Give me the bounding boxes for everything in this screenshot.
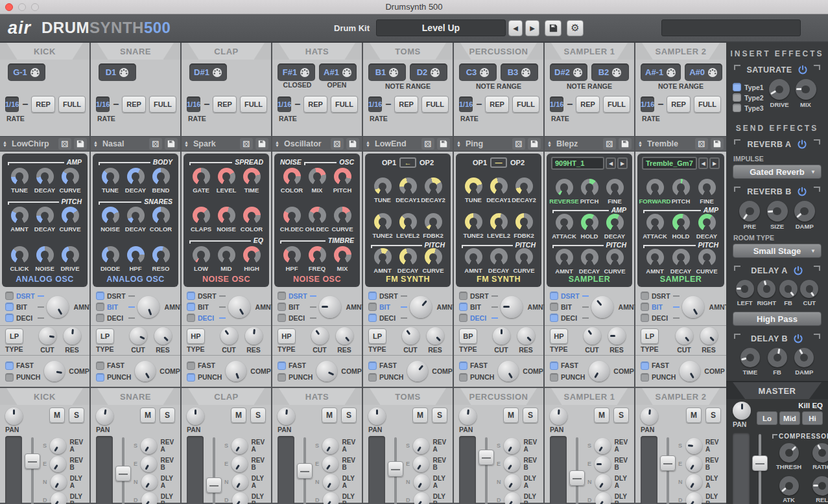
synth-knob[interactable] [490, 178, 508, 195]
dist-dsrt-led[interactable] [459, 292, 467, 300]
note-button[interactable]: D#1 [189, 63, 227, 81]
synth-knob[interactable] [11, 207, 29, 224]
preset-spinner[interactable]: ▲▼ [275, 141, 281, 147]
dist-deci-led[interactable] [278, 314, 286, 322]
note-button[interactable]: G-1 [8, 63, 45, 81]
synth-knob[interactable] [556, 179, 573, 196]
filter-res-knob[interactable] [154, 327, 172, 345]
saturate-type-led[interactable] [733, 83, 741, 91]
filter-cutoff-knob[interactable] [402, 327, 420, 345]
pan-knob[interactable] [187, 407, 204, 425]
send-knob-revb[interactable] [504, 456, 520, 472]
synth-knob[interactable] [374, 213, 392, 231]
save-preset-button[interactable] [346, 138, 359, 150]
synth-knob[interactable] [465, 213, 482, 231]
synth-knob[interactable] [309, 207, 326, 224]
filter-res-knob[interactable] [245, 327, 263, 345]
randomize-dice-button[interactable]: ⚄ [421, 138, 434, 150]
op-route-button[interactable]: — [490, 157, 507, 168]
send-knob-dlyb[interactable] [51, 492, 67, 504]
synth-knob[interactable] [399, 213, 417, 231]
filter-type-button[interactable]: LP [96, 328, 114, 344]
synth-knob[interactable] [127, 207, 145, 224]
send-knob-dlya[interactable] [232, 474, 248, 490]
synth-knob[interactable] [102, 168, 119, 185]
synth-knob[interactable] [102, 246, 119, 264]
preset-spinner[interactable]: ▲▼ [93, 141, 100, 147]
synth-knob[interactable] [127, 168, 145, 185]
full-button[interactable]: FULL [331, 96, 358, 113]
full-button[interactable]: FULL [603, 96, 630, 113]
mute-button[interactable]: M [322, 407, 337, 423]
preset-spinner[interactable]: ▲▼ [638, 141, 645, 147]
solo-button[interactable]: S [69, 407, 84, 423]
note-button[interactable]: D2 [410, 63, 447, 81]
note-button[interactable]: B1 [368, 63, 406, 81]
filter-cutoff-knob[interactable] [493, 327, 510, 345]
comp-amount-knob[interactable] [44, 361, 65, 382]
synth-knob[interactable] [556, 214, 573, 231]
synth-knob[interactable] [283, 168, 301, 185]
synth-knob[interactable] [399, 248, 417, 266]
synth-knob[interactable] [283, 246, 301, 264]
solo-button[interactable]: S [432, 407, 447, 423]
filter-type-button[interactable]: BP [459, 328, 477, 344]
full-button[interactable]: FULL [149, 96, 176, 113]
filter-cutoff-knob[interactable] [220, 327, 238, 345]
dist-dsrt-led[interactable] [5, 292, 14, 300]
dist-bit-led[interactable] [550, 303, 558, 311]
dist-bit-led[interactable] [187, 303, 195, 311]
impulse-dropdown[interactable]: Gated Reverb▼ [733, 165, 822, 179]
send-knob-revb[interactable] [322, 456, 338, 472]
synth-knob[interactable] [11, 246, 29, 264]
synth-knob[interactable] [218, 207, 235, 224]
note-button[interactable]: D1 [99, 63, 136, 81]
drum-kit-selector[interactable]: Level Up [376, 19, 506, 36]
comp-amount-knob[interactable] [498, 361, 519, 382]
rate-value[interactable]: 1/16 [641, 97, 654, 112]
synth-knob[interactable] [646, 249, 664, 266]
comp-amount-knob[interactable] [226, 361, 246, 382]
pan-knob[interactable] [641, 407, 658, 425]
note-button[interactable]: F#1 [278, 63, 315, 81]
send-knob-dlya[interactable] [595, 474, 611, 490]
dist-amount-knob[interactable] [47, 296, 69, 318]
synth-knob[interactable] [698, 249, 716, 266]
send-knob-dlya[interactable] [504, 474, 521, 490]
prev-kit-button[interactable]: ◀ [508, 20, 523, 36]
synth-knob[interactable] [36, 246, 54, 264]
damp-knob[interactable] [794, 348, 814, 367]
synth-knob[interactable] [672, 179, 690, 196]
full-button[interactable]: FULL [240, 96, 267, 113]
mix-knob[interactable] [796, 79, 816, 100]
synth-knob[interactable] [334, 207, 351, 224]
synth-knob[interactable] [606, 214, 624, 231]
comp-amount-knob[interactable] [135, 361, 156, 382]
comp-punch-led[interactable] [187, 373, 195, 382]
pan-knob[interactable] [459, 407, 477, 425]
op-route-button[interactable]: ← [399, 157, 416, 168]
filter-res-knob[interactable] [64, 327, 81, 345]
comp-amount-knob[interactable] [680, 361, 700, 382]
prev-sample-button[interactable]: ◀ [698, 157, 709, 169]
pan-knob[interactable] [278, 407, 295, 425]
mute-button[interactable]: M [49, 407, 65, 423]
synth-knob[interactable] [399, 178, 417, 195]
mute-button[interactable]: M [140, 407, 156, 423]
dist-dsrt-led[interactable] [368, 292, 377, 300]
solo-button[interactable]: S [613, 407, 629, 423]
next-sample-button[interactable]: ▶ [617, 157, 628, 169]
dist-bit-led[interactable] [96, 303, 104, 311]
send-knob-dlyb[interactable] [414, 492, 430, 504]
send-knob-dlya[interactable] [51, 474, 67, 490]
note-button[interactable]: A#0 [685, 63, 722, 81]
dist-dsrt-led[interactable] [278, 292, 286, 300]
saturate-type-led[interactable] [733, 93, 741, 102]
send-knob-dlya[interactable] [414, 474, 430, 490]
send-knob-dlyb[interactable] [141, 492, 158, 504]
synth-knob[interactable] [36, 168, 54, 185]
synth-knob[interactable] [62, 207, 79, 224]
dist-deci-led[interactable] [550, 314, 558, 322]
rate-value[interactable]: 1/16 [96, 97, 110, 112]
time-knob[interactable] [740, 348, 760, 367]
